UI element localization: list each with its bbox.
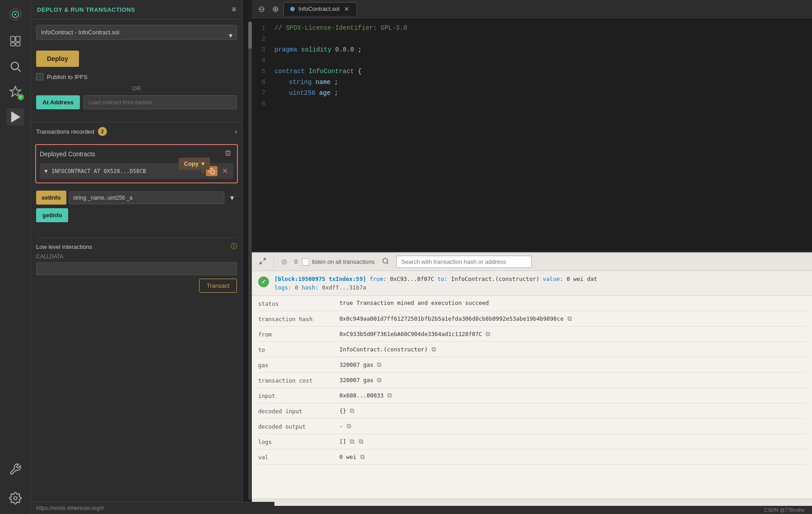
val-value: 0 wei ⧉	[339, 453, 806, 461]
copy-to-button[interactable]: ⧉	[431, 346, 437, 353]
stop-button[interactable]: ⊘	[278, 256, 290, 267]
delete-contract-button[interactable]: ✕	[220, 166, 230, 176]
deployed-contracts-header: Deployed Contracts Copy ▾	[40, 149, 233, 159]
at-address-button[interactable]: At Address	[36, 95, 80, 109]
svg-point-14	[383, 258, 388, 263]
tx-row-decoded-output: decoded output - ⧉	[258, 419, 806, 434]
logs-label: logs	[258, 438, 330, 445]
setinfo-row: setInfo ▼	[36, 191, 237, 205]
editor-area: ⊖ ⊕ InfoContract.sol ✕ 1 // SPDX-License…	[252, 0, 812, 514]
remix-logo-icon[interactable]	[5, 5, 25, 24]
getinfo-button[interactable]: getInfo	[36, 208, 68, 222]
delete-all-button[interactable]	[223, 149, 233, 159]
copy-val-button[interactable]: ⧉	[359, 453, 366, 461]
svg-rect-3	[10, 37, 14, 42]
logs-value: [] ⧉ ⧉	[339, 438, 806, 445]
svg-point-10	[14, 497, 17, 500]
infocontract-tab[interactable]: InfoContract.sol ✕	[283, 2, 357, 16]
tx-status-success-icon: ✓	[258, 276, 269, 287]
transactions-badge: 2	[98, 127, 107, 136]
decoded-output-label: decoded output	[258, 422, 330, 430]
copy-input-button[interactable]: ⧉	[386, 392, 393, 399]
copy-hash-button[interactable]: ⧉	[566, 315, 573, 322]
code-line-4: 4	[252, 55, 812, 66]
deploy-sidebar-icon[interactable]	[7, 108, 24, 126]
low-level-header: Low level interactions ⓘ	[36, 243, 237, 251]
tx-search-input[interactable]	[396, 256, 532, 268]
tx-row-decoded-input: decoded input {} ⧉	[258, 403, 806, 419]
tx-row-from: from 0xC933b5d0F7361ebA60C904de3364ad1c1…	[258, 327, 806, 342]
menu-icon[interactable]: ≡	[232, 5, 236, 14]
transact-button[interactable]: Transact	[199, 279, 237, 293]
svg-line-8	[18, 69, 20, 71]
copy-tx-cost-button[interactable]: ⧉	[376, 376, 382, 384]
search-sidebar-icon[interactable]	[7, 58, 24, 75]
tx-row-input: input 0x608...00033 ⧉	[258, 388, 806, 403]
tab-dot	[290, 7, 295, 11]
tx-cost-label: transaction cost	[258, 376, 330, 384]
code-line-8: 8	[252, 98, 812, 109]
tab-close-button[interactable]: ✕	[343, 5, 350, 13]
copy-decoded-output-button[interactable]: ⧉	[346, 422, 352, 430]
deployed-contracts-title: Deployed Contracts	[40, 150, 95, 158]
deploy-title: DEPLOY & RUN TRANSACTIONS	[37, 6, 135, 13]
svg-point-7	[11, 62, 18, 70]
publish-checkbox[interactable]	[36, 73, 43, 80]
code-line-1: 1 // SPDX-License-Identifier: GPL-3.0	[252, 23, 812, 33]
section-divider	[36, 238, 237, 238]
listen-label: listen on all transactions	[312, 258, 375, 265]
or-divider: OR	[36, 85, 237, 92]
val-label: val	[258, 453, 330, 461]
input-value: 0x608...00033 ⧉	[339, 392, 806, 399]
svg-marker-9	[11, 112, 19, 122]
expand-panel-button[interactable]	[256, 256, 269, 268]
deploy-button[interactable]: Deploy	[36, 51, 79, 67]
copy-from-button[interactable]: ⧉	[485, 330, 491, 338]
deployed-actions: Copy ▾	[223, 149, 233, 159]
tx-details: [block:19500975 txIndex:59] from: 0xC93.…	[274, 276, 806, 291]
decoded-input-label: decoded input	[258, 407, 330, 415]
setinfo-expand-icon[interactable]: ▼	[227, 192, 237, 203]
info-icon[interactable]: ⓘ	[231, 243, 237, 251]
code-editor: 1 // SPDX-License-Identifier: GPL-3.0 2 …	[252, 18, 812, 252]
setinfo-button[interactable]: setInfo	[36, 191, 66, 205]
setinfo-params-input[interactable]	[69, 192, 225, 204]
calldata-input[interactable]	[36, 262, 237, 275]
plugin-sidebar-icon[interactable]: ✓	[7, 83, 24, 100]
files-icon[interactable]	[7, 33, 24, 50]
wrench-sidebar-icon[interactable]	[7, 461, 24, 478]
at-address-input[interactable]	[84, 95, 237, 109]
zoom-out-button[interactable]: ⊖	[255, 2, 268, 16]
tx-hash-value: 0x0c949aa001d7ff61272501bfb2b5a1efda306d…	[339, 315, 806, 322]
contract-methods: setInfo ▼ getInfo	[31, 187, 242, 233]
zoom-in-button[interactable]: ⊕	[269, 2, 282, 16]
tx-data-table: status true Transaction mined and execut…	[252, 296, 812, 499]
transaction-entry: ✓ [block:19500975 txIndex:59] from: 0xC9…	[252, 271, 812, 296]
settings-sidebar-icon[interactable]	[7, 490, 24, 507]
tx-row-status: status true Transaction mined and execut…	[258, 296, 806, 311]
svg-line-12	[263, 258, 265, 261]
contract-expand-icon[interactable]: ▼	[43, 168, 49, 174]
from-label: from	[258, 330, 330, 338]
credit-text: CSDN @77Brothe	[764, 507, 805, 513]
transaction-panel: ⊘ 0 listen on all transactions ✓ [block:…	[252, 252, 812, 514]
tx-search-icon[interactable]	[379, 256, 392, 268]
toolbar-sep-1	[274, 257, 274, 267]
copy-gas-button[interactable]: ⧉	[376, 361, 382, 369]
input-label: input	[258, 392, 330, 399]
copy-decoded-input-button[interactable]: ⧉	[349, 407, 355, 415]
listen-checkbox[interactable]	[302, 258, 309, 266]
svg-rect-5	[10, 43, 14, 46]
editor-tabs: ⊖ ⊕ InfoContract.sol ✕	[252, 0, 812, 18]
contract-select[interactable]: InfoContract - InfoContract.sol	[36, 25, 237, 40]
copy-logs-2-button[interactable]: ⧉	[358, 438, 364, 445]
deploy-panel-scrollbar[interactable]	[248, 22, 252, 500]
copy-logs-1-button[interactable]: ⧉	[349, 438, 355, 445]
transactions-recorded-header[interactable]: Transactions recorded 2 ›	[31, 122, 242, 140]
deployed-contracts-section: Deployed Contracts Copy ▾ ▼ INF	[35, 144, 238, 183]
tx-cost-value: 320007 gas ⧉	[339, 376, 806, 384]
scrollbar-thumb	[248, 22, 252, 49]
listen-row: listen on all transactions	[302, 258, 375, 266]
code-line-7: 7 uint256 age ;	[252, 88, 812, 98]
tx-row-to: to InfoContract.(constructor) ⧉	[258, 342, 806, 357]
